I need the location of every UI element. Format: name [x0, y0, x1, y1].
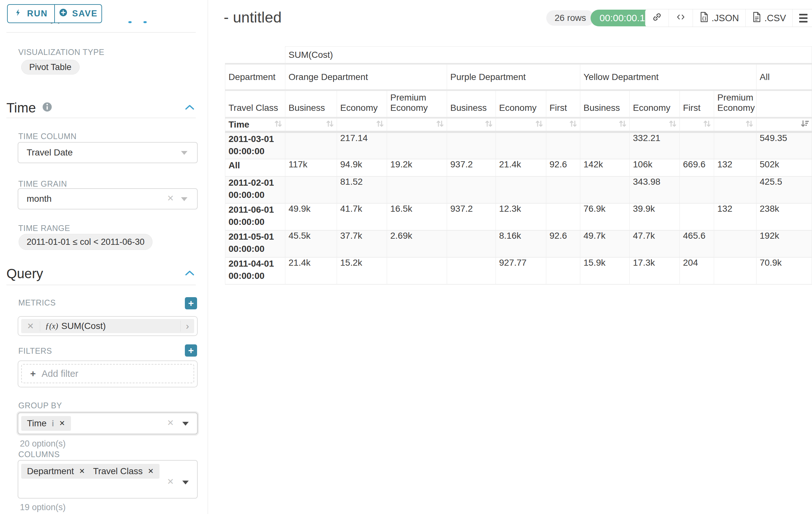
table-row: 2011-03-01 00:00:00217.14332.21549.35	[225, 132, 812, 159]
sort-cell[interactable]	[496, 118, 546, 132]
add-filter-plus-button[interactable]: +	[185, 344, 197, 357]
run-button[interactable]: RUN	[8, 5, 54, 23]
clear-icon[interactable]: ✕	[167, 418, 174, 428]
save-button[interactable]: SAVE	[54, 5, 102, 23]
remove-tag-icon[interactable]: ✕	[59, 419, 65, 428]
add-filter-button[interactable]: + Add filter	[21, 364, 194, 383]
columns-tag-travel-class: Travel Class ✕	[87, 464, 160, 479]
table-row: 2011-04-01 00:00:0021.4k15.2k927.7715.9k…	[225, 257, 812, 284]
time-range-label: TIME RANGE	[18, 224, 70, 233]
row-label-cell: 2011-06-01 00:00:00	[225, 204, 285, 230]
sort-icon[interactable]	[745, 119, 754, 131]
value-cell: 332.21	[630, 132, 680, 159]
info-icon[interactable]: i	[52, 419, 54, 428]
sort-cell[interactable]	[387, 118, 447, 132]
value-cell: 132	[714, 159, 756, 177]
time-range-pill[interactable]: 2011-01-01 ≤ col < 2011-06-30	[19, 234, 152, 250]
collapse-chevron-icon[interactable]	[184, 104, 195, 112]
clear-icon[interactable]: ✕	[167, 477, 174, 487]
plus-circle-icon	[59, 8, 68, 19]
table-row: 2011-02-01 00:00:0081.52343.98425.5	[225, 177, 812, 204]
sort-icon[interactable]	[435, 119, 445, 131]
row-label-cell: 2011-04-01 00:00:00	[225, 257, 285, 284]
row-count-badge: 26 rows	[546, 10, 594, 26]
value-cell: 142k	[580, 159, 630, 177]
sort-cell[interactable]	[546, 118, 580, 132]
chevron-down-icon	[181, 197, 187, 201]
value-cell: 669.6	[680, 159, 714, 177]
sort-cell[interactable]	[630, 118, 680, 132]
export-csv-button[interactable]: .CSV	[745, 9, 792, 27]
add-filter-label: Add filter	[42, 369, 78, 379]
travel-class-header: Business	[447, 90, 496, 118]
group-by-select[interactable]: Time i ✕ ✕	[18, 412, 198, 434]
run-save-button-group: RUN SAVE	[7, 4, 102, 23]
column-dimension-header: Department	[225, 64, 285, 90]
value-cell: 39.9k	[630, 204, 680, 230]
sort-cell[interactable]	[285, 118, 337, 132]
sort-icon[interactable]	[273, 119, 283, 131]
clipped-chevron-fragment	[143, 21, 147, 23]
sort-icon[interactable]	[534, 119, 544, 131]
remove-tag-icon[interactable]: ✕	[79, 467, 85, 476]
sort-icon[interactable]	[668, 119, 677, 131]
sort-cell[interactable]	[337, 118, 387, 132]
add-metric-button[interactable]: +	[185, 297, 197, 309]
row-label-cell: 2011-02-01 00:00:00	[225, 177, 285, 204]
sort-cell[interactable]	[714, 118, 756, 132]
value-cell: 502k	[756, 159, 812, 177]
sort-icon[interactable]	[325, 119, 335, 131]
columns-label: COLUMNS	[18, 450, 60, 459]
lightning-bolt-icon	[14, 8, 23, 19]
value-cell	[496, 132, 546, 159]
tag-label: Department	[27, 466, 74, 477]
sort-cell-sorted-desc[interactable]	[756, 118, 812, 132]
travel-class-header: Economy	[337, 90, 387, 118]
department-group-header: All	[756, 64, 812, 90]
value-cell: 94.9k	[337, 159, 387, 177]
sort-cell[interactable]	[447, 118, 496, 132]
value-cell	[680, 204, 714, 230]
chart-title[interactable]: - untitled	[224, 8, 282, 26]
info-icon[interactable]	[42, 100, 53, 116]
row-dimension-label: Time	[229, 119, 250, 130]
column-subdimension-header: Travel Class	[225, 90, 285, 118]
value-cell	[680, 132, 714, 159]
sort-icon[interactable]	[375, 119, 385, 131]
plus-icon: +	[30, 368, 36, 379]
sort-icon[interactable]	[484, 119, 494, 131]
value-cell	[496, 177, 546, 204]
function-icon: ƒ(x)	[45, 322, 58, 330]
sort-icon[interactable]	[702, 119, 712, 131]
travel-class-header: Business	[285, 90, 337, 118]
section-divider	[6, 32, 196, 33]
visualization-type-pill[interactable]: Pivot Table	[21, 60, 80, 75]
value-cell	[546, 257, 580, 284]
metric-pill[interactable]: ✕ ƒ(x) SUM(Cost) ›	[21, 319, 194, 333]
row-dimension-sort-cell[interactable]: Time	[225, 118, 285, 132]
share-link-button[interactable]	[645, 9, 669, 27]
value-cell	[285, 132, 337, 159]
remove-metric-icon[interactable]: ✕	[21, 321, 40, 331]
time-column-select[interactable]: Travel Date	[18, 142, 198, 163]
export-json-button[interactable]: .JSON	[693, 9, 745, 27]
remove-tag-icon[interactable]: ✕	[148, 467, 154, 476]
view-query-button[interactable]	[669, 9, 693, 27]
time-section-heading[interactable]: Time	[6, 100, 53, 116]
value-cell: 192k	[756, 230, 812, 257]
sort-desc-icon[interactable]	[800, 119, 810, 131]
export-toolbar: .JSON .CSV	[645, 9, 812, 27]
sort-cell[interactable]	[580, 118, 630, 132]
collapse-chevron-icon[interactable]	[184, 269, 195, 278]
clear-icon[interactable]: ✕	[167, 193, 174, 204]
query-section-heading[interactable]: Query	[6, 266, 43, 281]
sort-icon[interactable]	[569, 119, 578, 131]
sort-cell[interactable]	[680, 118, 714, 132]
sort-icon[interactable]	[618, 119, 628, 131]
chevron-right-icon[interactable]: ›	[180, 321, 194, 331]
value-cell: 15.2k	[337, 257, 387, 284]
corner-blank-cell	[225, 47, 285, 64]
columns-select[interactable]: Department ✕ Travel Class ✕ ✕	[18, 460, 198, 498]
more-options-button[interactable]	[792, 9, 812, 27]
time-grain-select[interactable]: month ✕	[18, 188, 198, 210]
